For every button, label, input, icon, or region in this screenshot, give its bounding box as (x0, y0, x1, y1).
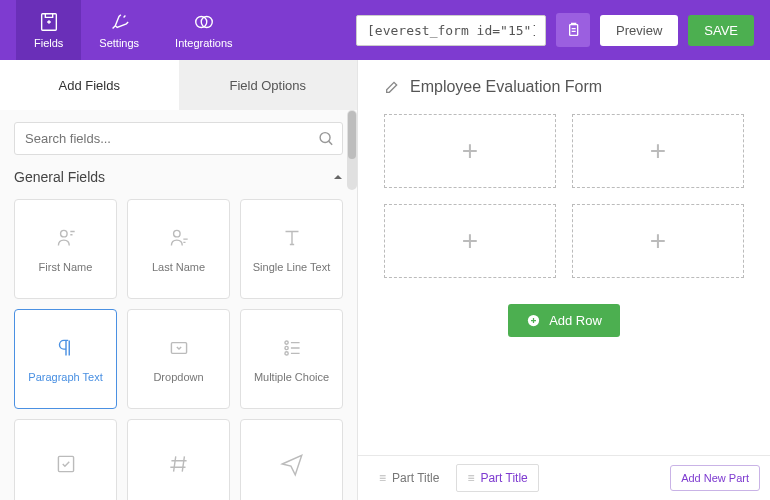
nav-fields[interactable]: Fields (16, 0, 81, 60)
part-label: Part Title (392, 471, 439, 485)
nav-label: Settings (99, 37, 139, 49)
user-icon (166, 225, 192, 251)
fields-icon (38, 11, 60, 33)
field-checkbox[interactable] (14, 419, 117, 500)
svg-rect-3 (570, 25, 578, 36)
nav-label: Integrations (175, 37, 232, 49)
dropdown-icon (166, 335, 192, 361)
plus-icon: + (462, 225, 478, 257)
svg-point-9 (284, 346, 287, 349)
edit-icon[interactable] (384, 79, 400, 95)
svg-point-10 (284, 352, 287, 355)
form-title[interactable]: Employee Evaluation Form (410, 78, 602, 96)
shortcode-input[interactable] (356, 15, 546, 46)
part-tab[interactable]: ≡ Part Title (368, 464, 450, 492)
part-tab[interactable]: ≡ Part Title (456, 464, 538, 492)
field-last-name[interactable]: Last Name (127, 199, 230, 299)
plus-icon: + (650, 135, 666, 167)
paragraph-icon (53, 335, 79, 361)
drop-slot[interactable]: + (572, 114, 744, 188)
field-label: Multiple Choice (254, 371, 329, 383)
field-label: Single Line Text (253, 261, 330, 273)
svg-point-6 (173, 230, 180, 237)
plus-circle-icon (526, 313, 541, 328)
hash-icon (166, 451, 192, 477)
part-label: Part Title (480, 471, 527, 485)
drop-slot[interactable]: + (384, 114, 556, 188)
drag-handle-icon: ≡ (379, 471, 386, 485)
section-title: General Fields (14, 169, 105, 185)
svg-point-5 (60, 230, 67, 237)
field-number[interactable] (127, 419, 230, 500)
field-label: Dropdown (153, 371, 203, 383)
drop-slot[interactable]: + (572, 204, 744, 278)
field-label: Last Name (152, 261, 205, 273)
field-paragraph-text[interactable]: Paragraph Text (14, 309, 117, 409)
svg-rect-7 (171, 343, 186, 354)
svg-point-4 (320, 132, 330, 142)
settings-icon (108, 11, 130, 33)
field-multiple-choice[interactable]: Multiple Choice (240, 309, 343, 409)
field-single-line-text[interactable]: Single Line Text (240, 199, 343, 299)
search-icon (318, 130, 335, 147)
clipboard-icon (565, 22, 581, 38)
plus-icon: + (462, 135, 478, 167)
add-part-button[interactable]: Add New Part (670, 465, 760, 491)
section-general-fields[interactable]: General Fields (14, 169, 343, 185)
collapse-icon (333, 172, 343, 182)
add-row-button[interactable]: Add Row (508, 304, 620, 337)
integrations-icon (193, 11, 215, 33)
search-input[interactable] (14, 122, 343, 155)
field-email[interactable] (240, 419, 343, 500)
copy-shortcode-button[interactable] (556, 13, 590, 47)
text-icon (279, 225, 305, 251)
tab-field-options[interactable]: Field Options (179, 60, 358, 110)
drag-handle-icon: ≡ (467, 471, 474, 485)
field-dropdown[interactable]: Dropdown (127, 309, 230, 409)
send-icon (279, 451, 305, 477)
add-row-label: Add Row (549, 313, 602, 328)
plus-icon: + (650, 225, 666, 257)
svg-rect-11 (58, 456, 73, 471)
user-icon (53, 225, 79, 251)
checkbox-icon (53, 451, 79, 477)
field-label: First Name (39, 261, 93, 273)
nav-integrations[interactable]: Integrations (157, 0, 250, 60)
radio-icon (279, 335, 305, 361)
nav-settings[interactable]: Settings (81, 0, 157, 60)
tab-add-fields[interactable]: Add Fields (0, 60, 179, 110)
nav-label: Fields (34, 37, 63, 49)
save-button[interactable]: SAVE (688, 15, 754, 46)
field-label: Paragraph Text (28, 371, 102, 383)
sidebar-scrollbar[interactable] (347, 110, 357, 190)
preview-button[interactable]: Preview (600, 15, 678, 46)
drop-slot[interactable]: + (384, 204, 556, 278)
svg-point-8 (284, 341, 287, 344)
field-first-name[interactable]: First Name (14, 199, 117, 299)
